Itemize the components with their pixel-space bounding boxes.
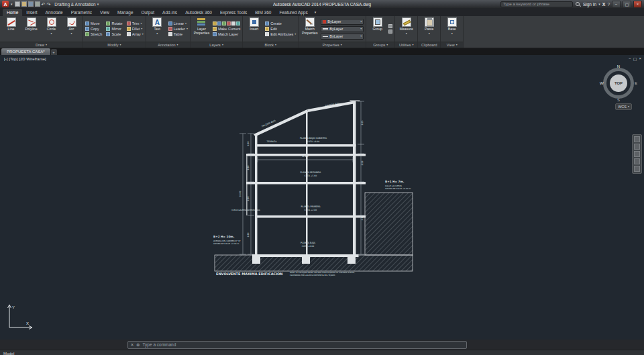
polyline-button[interactable]: Polyline [22, 17, 40, 41]
viewcube-west-label[interactable]: W [600, 81, 604, 85]
edit-block-button[interactable]: Edit [265, 27, 296, 31]
logo-dropdown-icon[interactable]: ▾ [11, 3, 13, 6]
viewcube-top-face[interactable]: TOP [610, 74, 627, 92]
file-tab-propuesta-casa[interactable]: PROPUESTA CASA* [1, 48, 50, 55]
viewcube-east-label[interactable]: E [635, 81, 637, 85]
close-button[interactable]: × [633, 1, 642, 8]
new-icon[interactable] [15, 1, 20, 7]
viewcube-north-label[interactable]: N [617, 64, 620, 68]
undo-icon[interactable]: ↶ [42, 2, 46, 7]
viewport-close-icon[interactable]: × [639, 56, 641, 61]
leader-button[interactable]: Leader▾ [168, 27, 188, 31]
wcs-dropdown[interactable]: WCS ▾ [615, 103, 632, 110]
command-input[interactable]: Type a command [142, 342, 176, 347]
showmotion-icon[interactable] [634, 166, 640, 172]
ribbon-tab-manage[interactable]: Manage [113, 9, 138, 16]
ungroup-icon[interactable] [388, 24, 392, 28]
autocad-logo[interactable]: A [2, 1, 9, 7]
close-command-icon[interactable]: × [131, 342, 133, 347]
layer-state-icon[interactable] [213, 21, 217, 26]
viewport-restore-icon[interactable]: ▢ [633, 56, 637, 61]
viewport-minimize-icon[interactable]: − [629, 56, 631, 61]
scale-button[interactable]: Scale [106, 32, 122, 36]
exchange-apps-icon[interactable]: X [602, 2, 606, 7]
create-block-button[interactable]: Create [265, 21, 296, 26]
new-drawing-tab-button[interactable]: + [51, 49, 57, 55]
panel-modify-title[interactable]: Modify ▾ [83, 42, 146, 48]
search-icon[interactable] [575, 1, 581, 7]
text-button[interactable]: Text ▾ [148, 17, 166, 41]
fillet-button[interactable]: Fillet▾ [127, 27, 144, 31]
layer-lock-icon[interactable] [231, 21, 235, 26]
model-tab[interactable]: Model [3, 352, 14, 355]
redo-icon[interactable]: ↷ [46, 2, 50, 7]
linear-button[interactable]: Linear▾ [168, 21, 188, 26]
panel-utilities-title[interactable]: Utilities ▾ [395, 42, 417, 48]
object-color-dropdown[interactable]: ByLayer ▾ [321, 19, 364, 25]
line-button[interactable]: Line [2, 17, 20, 41]
ribbon-tab-add-ins[interactable]: Add-ins [158, 9, 181, 16]
base-button[interactable]: Base ▾ [443, 17, 461, 41]
navigation-bar[interactable] [632, 134, 642, 174]
ribbon-tab-featured-apps[interactable]: Featured Apps [275, 9, 311, 16]
arc-button[interactable]: Arc ▾ [62, 17, 80, 41]
panel-properties-title[interactable]: Properties ▾ [299, 42, 366, 48]
viewcube-south-label[interactable]: S [617, 98, 620, 102]
paste-button[interactable]: Paste ▾ [420, 17, 438, 41]
workspace-switcher[interactable]: Drafting & Annotation ▾ [52, 2, 101, 7]
ribbon-tab-express-tools[interactable]: Express Tools [216, 9, 251, 16]
pan-icon[interactable] [634, 144, 640, 150]
viewcube[interactable]: N W E S TOP [601, 66, 636, 101]
match-properties-button[interactable]: Match Properties [301, 17, 319, 41]
edit-attributes-button[interactable]: Edit Attributes▾ [265, 32, 296, 36]
panel-clipboard-title[interactable]: Clipboard [418, 42, 440, 48]
rotate-button[interactable]: Rotate [106, 21, 122, 26]
panel-block-title[interactable]: Block ▾ [243, 42, 298, 48]
customize-icon[interactable]: ⚙ [136, 343, 140, 347]
sign-in-button[interactable]: Sign In [583, 2, 596, 7]
ribbon-tab-view[interactable]: View [96, 9, 113, 16]
panel-groups-title[interactable]: Groups ▾ [366, 42, 394, 48]
table-button[interactable]: Table [168, 32, 188, 36]
orbit-icon[interactable] [634, 158, 640, 164]
maximize-button[interactable]: ▢ [623, 1, 631, 8]
layer-walk-icon[interactable] [236, 21, 240, 26]
mirror-button[interactable]: Mirror [106, 27, 122, 31]
ribbon-collapse-icon[interactable]: ▾ [315, 10, 317, 16]
measure-button[interactable]: Measure ▾ [397, 17, 415, 41]
trim-button[interactable]: Trim▾ [127, 21, 144, 26]
open-icon[interactable] [21, 1, 27, 7]
circle-button[interactable]: Circle ▾ [42, 17, 60, 41]
panel-draw-title[interactable]: Draw ▾ [0, 42, 83, 48]
ribbon-tab-annotate[interactable]: Annotate [42, 9, 67, 16]
sign-in-dropdown-icon[interactable]: ▾ [598, 3, 600, 6]
plot-icon[interactable] [35, 1, 40, 7]
viewport-view-control[interactable]: [Top] [9, 57, 17, 61]
group-edit-icon[interactable] [388, 30, 392, 34]
ribbon-tab-bim-360[interactable]: BIM 360 [251, 9, 275, 16]
viewport-menu-control[interactable]: [-] [4, 57, 7, 61]
ribbon-tab-parametric[interactable]: Parametric [67, 9, 96, 16]
match-layer-button[interactable]: Match Layer [213, 32, 240, 36]
panel-view-title[interactable]: View ▾ [441, 42, 463, 48]
ribbon-tab-home[interactable]: Home [3, 9, 22, 16]
array-button[interactable]: Array▾ [127, 32, 144, 36]
search-input[interactable] [500, 1, 573, 7]
copy-button[interactable]: Copy [85, 27, 102, 31]
command-bar[interactable]: × ⚙ Type a command [127, 341, 467, 349]
group-button[interactable]: Group [368, 17, 386, 41]
layer-freeze-icon[interactable] [222, 21, 226, 26]
panel-layers-title[interactable]: Layers ▾ [191, 42, 242, 48]
layer-off-icon[interactable] [227, 21, 231, 26]
panel-annotation-title[interactable]: Annotation ▾ [146, 42, 190, 48]
lineweight-dropdown[interactable]: ByLayer ▾ [321, 26, 364, 32]
ribbon-tab-autodesk-360[interactable]: Autodesk 360 [181, 9, 216, 16]
navigation-wheel-icon[interactable] [634, 136, 640, 142]
help-icon[interactable]: ? [607, 2, 610, 7]
layer-properties-button[interactable]: Layer Properties [193, 17, 211, 41]
ribbon-tab-output[interactable]: Output [138, 9, 159, 16]
save-icon[interactable] [28, 1, 34, 7]
ribbon-tab-insert[interactable]: Insert [22, 9, 41, 16]
drawing-canvas[interactable]: FALDON 40%FALDON 40%TERRAZAPLANTA BAJO C… [0, 55, 644, 340]
viewport-style-control[interactable]: [2D Wireframe] [19, 57, 46, 61]
